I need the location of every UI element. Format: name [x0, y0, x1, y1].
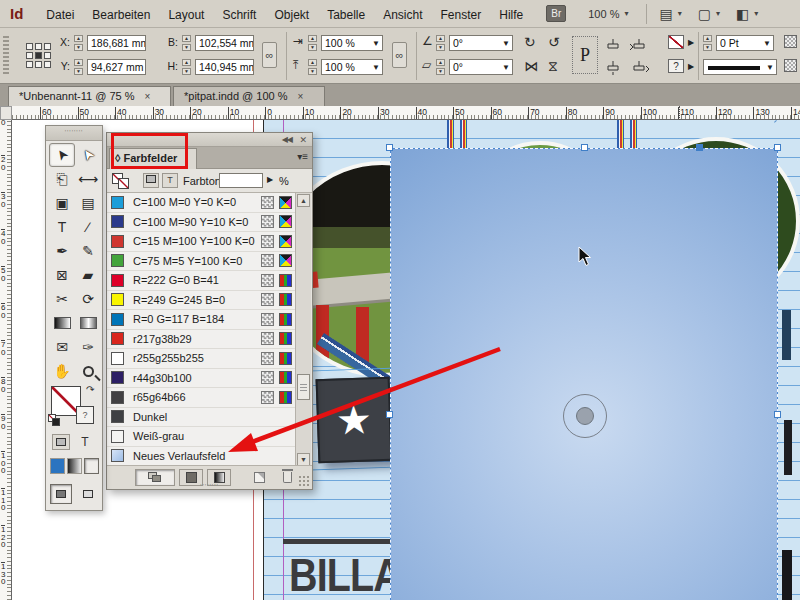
stroke-swatch[interactable]: ? [76, 406, 94, 424]
reference-point-locator[interactable] [26, 43, 51, 68]
constrain-scale-link-icon[interactable]: ∞ [392, 42, 407, 68]
swatch-row[interactable]: r217g38b29 [107, 330, 296, 350]
free-transform-tool[interactable]: ⟳ [75, 287, 101, 311]
collapse-panel-icon[interactable]: ◀◀ [282, 135, 292, 144]
gap-tool[interactable]: ⟷ [75, 167, 101, 191]
y-spinner[interactable]: ▲▼ [74, 59, 83, 75]
tab-close-icon[interactable]: × [145, 91, 151, 102]
delete-swatch-button[interactable] [277, 469, 297, 486]
rectangle-tool[interactable]: ▰ [75, 263, 101, 287]
menu-schrift[interactable]: Schrift [213, 4, 265, 26]
x-spinner[interactable]: ▲▼ [74, 35, 83, 51]
menu-ansicht[interactable]: Ansicht [374, 4, 431, 26]
swatch-row[interactable]: Neues Verlaufsfeld [107, 447, 296, 467]
scissors-tool[interactable]: ✂ [49, 287, 75, 311]
ruler-origin-corner[interactable] [0, 106, 12, 120]
apply-gradient-button[interactable] [67, 458, 82, 474]
stroke-style-dropdown-icon[interactable]: ▼ [766, 63, 774, 72]
swatch-row[interactable]: Weiß-grau [107, 427, 296, 447]
swatch-row[interactable]: r255g255b255 [107, 349, 296, 369]
select-container-button[interactable]: P [572, 36, 598, 74]
shear-dropdown-icon[interactable]: ▼ [502, 63, 510, 72]
content-collector-tool[interactable]: ▣ [49, 191, 75, 215]
tab-close-icon[interactable]: × [298, 91, 304, 102]
screen-mode-button[interactable]: ▢▾ [698, 6, 720, 22]
height-spinner[interactable]: ▲▼ [182, 59, 191, 75]
swap-fill-stroke-icon[interactable]: ↷ [86, 384, 94, 395]
rotation-spinner[interactable]: ▲▼ [436, 35, 445, 51]
normal-view-mode-button[interactable] [50, 484, 72, 504]
horizontal-ruler[interactable]: 6050403020100102030405060708090100110120… [12, 106, 800, 120]
swatch-row[interactable]: C=15 M=100 Y=100 K=0 [107, 232, 296, 252]
swatch-row[interactable]: R=249 G=245 B=0 [107, 291, 296, 311]
stroke-weight-spinner[interactable]: ▲▼ [703, 35, 712, 51]
stroke-color-flyout-icon[interactable]: ▶ [688, 38, 694, 47]
height-value-field[interactable]: 140,945 mm [195, 59, 254, 75]
tab-unbenannt-11[interactable]: *Unbenannt-11 @ 75 %× [8, 86, 171, 106]
fill-proxy-button[interactable] [784, 35, 797, 48]
selection-handle-top-right[interactable] [774, 144, 781, 151]
constrain-dimensions-link-icon[interactable]: ∞ [262, 42, 277, 68]
preview-mode-button[interactable] [77, 484, 99, 504]
menu-hilfe[interactable]: Hilfe [490, 4, 532, 26]
flip-horizontal-icon[interactable]: ⋈ [524, 58, 538, 74]
arrange-documents-button[interactable]: ◧▾ [736, 6, 758, 22]
menu-bearbeiten[interactable]: Bearbeiten [83, 4, 159, 26]
selection-handle-middle-left[interactable] [386, 411, 393, 418]
view-options-button[interactable]: ▤▾ [659, 6, 681, 22]
frame-tool[interactable]: ⊠ [49, 263, 75, 287]
swatch-row[interactable]: R=222 G=0 B=41 [107, 271, 296, 291]
tools-panel-drag-bar[interactable]: '''''''' [46, 126, 102, 141]
hand-tool[interactable]: ✋ [49, 359, 75, 383]
swatch-row[interactable]: Dunkel [107, 408, 296, 428]
star-square-graphic[interactable]: ★ [316, 377, 393, 464]
panel-bottom-drag-dots[interactable]: '''''''' [200, 483, 219, 490]
selection-handle-top-left[interactable] [386, 144, 393, 151]
stroke-question-button[interactable]: ? [668, 59, 684, 73]
panel-resize-grip[interactable] [298, 475, 310, 487]
content-grabber-dot[interactable] [576, 407, 594, 425]
selection-tool[interactable]: ➤ [49, 143, 75, 167]
shear-spinner[interactable]: ▲▼ [436, 59, 445, 75]
panel-menu-icon[interactable]: ▾≡ [297, 151, 308, 162]
scale-x-spinner[interactable]: ▲▼ [308, 35, 317, 51]
selection-handle-middle-right[interactable] [774, 411, 781, 418]
pen-tool[interactable]: ✒ [49, 239, 75, 263]
y-value-field[interactable]: 94,627 mm [87, 59, 146, 75]
menu-tabelle[interactable]: Tabelle [318, 4, 374, 26]
scale-y-spinner[interactable]: ▲▼ [308, 59, 317, 75]
swatch-row[interactable]: C=100 M=0 Y=0 K=0 [107, 193, 296, 213]
swatch-row[interactable]: r44g30b100 [107, 369, 296, 389]
content-placer-tool[interactable]: ▤ [75, 191, 101, 215]
apply-color-button[interactable] [50, 458, 65, 474]
tab-pitpat-indd[interactable]: *pitpat.indd @ 100 %× [173, 86, 325, 106]
zoom-dropdown-icon[interactable]: ▾ [624, 9, 628, 18]
zoom-level-select[interactable]: 100 % [588, 8, 619, 20]
type-tool[interactable]: T [49, 215, 75, 239]
swatch-row[interactable]: C=75 M=5 Y=100 K=0 [107, 252, 296, 272]
gradient-feather-tool[interactable] [75, 311, 101, 335]
swatch-list-scrollbar[interactable]: ▲ ▼ [295, 193, 311, 467]
headline-text[interactable]: BILLA [289, 547, 401, 600]
bridge-button[interactable]: Br [546, 5, 566, 22]
menu-fenster[interactable]: Fenster [432, 4, 491, 26]
scale-y-dropdown-icon[interactable]: ▼ [372, 63, 380, 72]
pencil-tool[interactable]: ✎ [75, 239, 101, 263]
direct-selection-tool[interactable]: ➤ [75, 143, 101, 167]
formatting-affects-container-button[interactable] [52, 434, 70, 450]
default-fill-stroke-icon[interactable] [48, 414, 60, 426]
selection-handle-active[interactable] [696, 144, 703, 151]
selection-handle-top-center[interactable] [581, 144, 588, 151]
stroke-proxy-button[interactable] [784, 59, 797, 72]
swatch-row[interactable]: R=0 G=117 B=184 [107, 310, 296, 330]
new-swatch-button[interactable] [249, 469, 269, 486]
rotation-dropdown-icon[interactable]: ▼ [502, 39, 510, 48]
stroke-question-flyout-icon[interactable]: ▶ [688, 62, 694, 71]
stroke-weight-dropdown-icon[interactable]: ▼ [763, 39, 771, 48]
close-panel-icon[interactable]: ✕ [299, 135, 307, 145]
formatting-affects-text-button[interactable]: T [76, 434, 94, 450]
width-value-field[interactable]: 102,554 mm [195, 35, 254, 51]
control-bar-grip[interactable] [3, 36, 9, 76]
zoom-tool[interactable] [75, 359, 101, 383]
vertical-ruler[interactable]: 02 03 04 05 06 07 08 09 01 0 01 1 01 2 0… [0, 106, 12, 600]
